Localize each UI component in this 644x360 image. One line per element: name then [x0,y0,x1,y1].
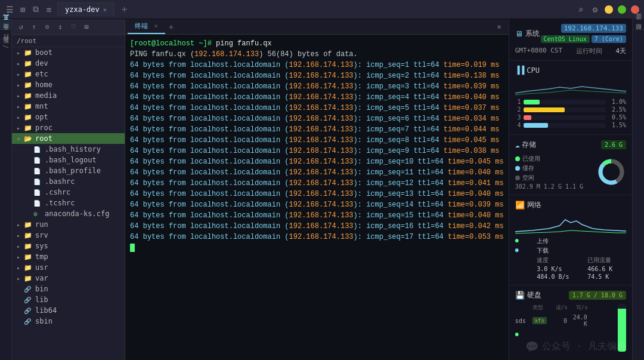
cpu-bar-row-1: 11.0% [515,99,626,105]
config-icon[interactable]: ≡ [44,5,54,14]
up-dir-icon[interactable]: ↑ [29,21,39,32]
tree-item-anaconda-ks.cfg[interactable]: ⚙anaconda-ks.cfg [12,208,125,219]
tree-item-proc[interactable]: ▸📁proc [12,122,125,133]
sidebar-tab-tools[interactable]: 工具 [0,19,11,29]
system-monitor: 🖥 系统 192.168.174.133 CentOS Linux 7 (Cor… [509,19,632,360]
new-tab-icon[interactable]: ⊞ [18,5,27,14]
file-tree: ▸📁boot▸📁dev▸📁etc▸📁home▸📁media▸📁mnt▸📁opt▸… [12,47,125,360]
tab-close-icon[interactable]: × [103,7,107,13]
term-tab-close-icon[interactable]: × [154,23,158,29]
settings-icon[interactable]: ⚙ [590,5,600,14]
tree-label: .cshrc [45,188,70,196]
network-section: 📶 网络 ● 上传 ● 下载 速度 已用流量 [509,195,632,285]
tree-item-run[interactable]: ▸📁run [12,219,125,230]
used-dot [515,156,520,161]
title-bar: ☰ ⊞ ⧉ ≡ yzxa-dev × + ⌕ ⚙ [0,0,644,19]
tree-label: tmp [35,253,48,261]
tree-item-.cshrc[interactable]: 📄.cshrc [12,187,125,198]
cpu-chart [515,78,626,96]
tree-label: opt [35,113,48,121]
cache-label: 缓存 [522,164,534,173]
main-tab[interactable]: yzxa-dev × [57,2,114,16]
favorite-icon[interactable]: ♡ [68,21,79,32]
cpu-bar-fill [524,107,565,112]
disk-icon: 💾 [515,291,525,300]
sort-icon[interactable]: ↕ [55,21,66,32]
eye-icon[interactable]: ⊙ [42,21,52,32]
terminal-prompt-line: [root@localhost ~]# ping fanfu.qx [130,38,504,49]
cpu-bar-track [524,115,606,120]
disk-type: xfs [532,317,547,324]
cpu-title: CPU [527,66,540,75]
tree-item-home[interactable]: ▸📁home [12,79,125,90]
tree-item-opt[interactable]: ▸📁opt [12,112,125,122]
cache-dot [515,166,520,171]
cpu-bar-row-3: 30.5% [515,114,626,121]
tree-item-etc[interactable]: ▸📁etc [12,69,125,79]
ping-line: 64 bytes from localhost.localdomain (192… [130,210,504,221]
net-traffic-header: 已用流量 [587,256,626,264]
ping-line: 64 bytes from localhost.localdomain (192… [130,178,504,189]
maximize-button[interactable] [618,5,626,14]
tree-label: .bash_history [45,145,101,153]
tree-item-sbin[interactable]: 🔗sbin [12,316,125,327]
terminal-close-button[interactable]: × [492,23,506,31]
tree-item-dev[interactable]: ▸📁dev [12,58,125,69]
net-upload-label: 上传 [537,237,583,245]
sidebar-tab-recent[interactable]: 新近/打开 [0,39,11,53]
tree-item-lib64[interactable]: 🔗lib64 [12,305,125,316]
tree-item-.bash_history[interactable]: 📄.bash_history [12,144,125,155]
tree-item-.bash_profile[interactable]: 📄.bash_profile [12,165,125,176]
mem-used-val: 302.9 M [515,183,540,190]
menu-icon[interactable]: ☰ [5,5,14,14]
mem-free-legend: 空闲 [515,174,592,182]
close-button[interactable] [631,5,639,14]
tree-item-lib[interactable]: 🔗lib [12,294,125,305]
disk-header: 💾 硬盘 1.7 G / 18.0 G [515,290,626,300]
tree-item-mnt[interactable]: ▸📁mnt [12,101,125,112]
tree-item-usr[interactable]: ▸📁usr [12,262,125,273]
tree-label: .tcshrc [45,199,75,207]
tree-item-media[interactable]: ▸📁media [12,90,125,101]
tree-item-.bash_logout[interactable]: 📄.bash_logout [12,155,125,165]
ping-line: 64 bytes from localhost.localdomain (192… [130,146,504,156]
tree-label: proc [35,124,52,132]
tree-item-tmp[interactable]: ▸📁tmp [12,251,125,262]
terminal-tab-main[interactable]: 终端 × [128,19,165,34]
net-upload-speed: 3.0 K/s [537,266,583,272]
tree-item-.tcshrc[interactable]: 📄.tcshrc [12,198,125,208]
sidebar-toolbar: ↺ ↑ ⊙ ↕ ♡ ⊞ [12,19,125,35]
tree-item-srv[interactable]: ▸📁srv [12,230,125,241]
tree-label: mnt [35,102,48,110]
grid-icon[interactable]: ⊞ [81,21,92,32]
split-icon[interactable]: ⧉ [31,5,41,14]
memory-donut-chart [596,157,626,187]
wifi-icon: 📶 [515,201,525,210]
add-tab-button[interactable]: + [118,4,131,15]
terminal-output[interactable]: [root@localhost ~]# ping fanfu.qxPING fa… [125,35,509,360]
cpu-bar-fill [524,123,549,128]
tree-item-var[interactable]: ▸📁var [12,273,125,284]
search-icon[interactable]: ⌕ [576,5,586,14]
ping-line: 64 bytes from localhost.localdomain (192… [130,232,504,242]
add-terminal-button[interactable]: + [165,22,177,32]
right-tab-1[interactable]: 设置 [633,19,644,29]
tree-label: srv [35,231,48,239]
tree-item-boot[interactable]: ▸📁boot [12,47,125,58]
tree-item-root[interactable]: ▾📂root [12,133,125,144]
memory-title: 存储 [522,140,536,150]
refresh-icon[interactable]: ↺ [16,21,26,32]
cpu-bar-track [524,100,606,104]
net-upload-dot: ● [515,237,532,245]
minimize-button[interactable] [605,5,613,14]
cpu-bar-row-4: 41.5% [515,122,626,128]
ping-line: 64 bytes from localhost.localdomain (192… [130,199,504,210]
tree-label: usr [35,263,48,272]
right-tab-2[interactable]: 帮助 [633,29,644,39]
tree-item-bin[interactable]: 🔗bin [12,284,125,294]
sidebar-tab-history[interactable]: 历史命令 [0,29,11,39]
file-sidebar: ↺ ↑ ⊙ ↕ ♡ ⊞ /root ▸📁boot▸📁dev▸📁etc▸📁home… [12,19,125,360]
disk-name: sds [515,318,530,324]
tree-item-sys[interactable]: ▸📁sys [12,241,125,251]
tree-item-.bashrc[interactable]: 📄.bashrc [12,176,125,187]
